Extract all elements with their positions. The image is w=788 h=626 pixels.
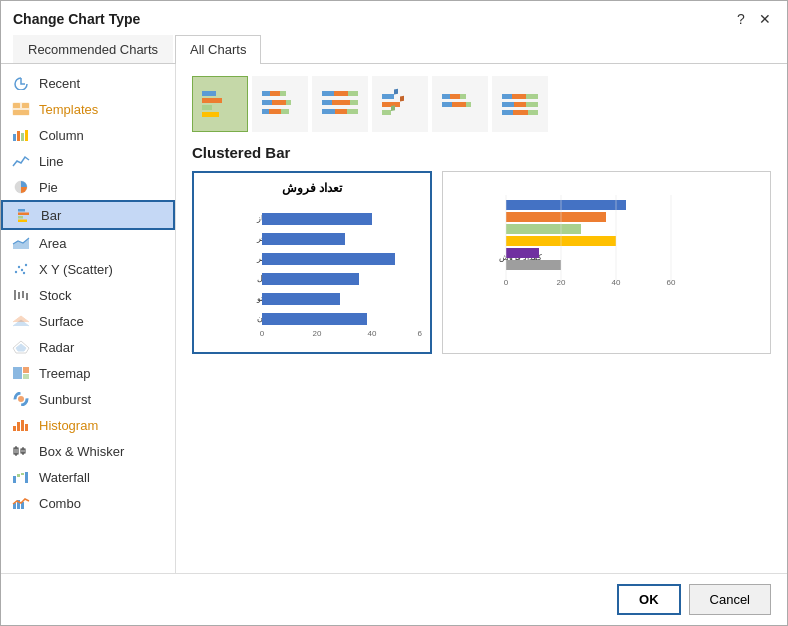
svg-rect-80 (526, 94, 538, 99)
svg-rect-5 (17, 131, 20, 141)
svg-rect-72 (442, 94, 450, 99)
svg-rect-98 (262, 313, 367, 325)
main-panel: Clustered Bar تعداد فروش اجاق گاز فر کول… (176, 64, 787, 573)
sidebar-item-boxwhisker[interactable]: Box & Whisker (1, 438, 175, 464)
svg-rect-56 (281, 109, 289, 114)
sidebar-item-boxwhisker-label: Box & Whisker (39, 444, 124, 459)
sidebar-item-histogram-label: Histogram (39, 418, 98, 433)
sidebar-item-radar[interactable]: Radar (1, 334, 175, 360)
dialog-title: Change Chart Type (13, 11, 140, 27)
svg-rect-9 (18, 209, 25, 212)
svg-rect-63 (322, 109, 335, 114)
ok-button[interactable]: OK (617, 584, 681, 615)
sidebar-item-histogram[interactable]: Histogram (1, 412, 175, 438)
subtype-100-stacked-bar[interactable] (312, 76, 368, 132)
sidebar-item-templates-label: Templates (39, 102, 98, 117)
sidebar-item-pie[interactable]: Pie (1, 174, 175, 200)
svg-rect-52 (272, 100, 286, 105)
svg-rect-46 (202, 105, 212, 110)
chart1-svg: اجاق گاز فر کولر یخچال اتو تلویزیون (202, 201, 422, 341)
cancel-button[interactable]: Cancel (689, 584, 771, 615)
subtype-100-stacked-bar-3d[interactable] (492, 76, 548, 132)
svg-rect-51 (262, 100, 272, 105)
close-button[interactable]: ✕ (755, 9, 775, 29)
svg-rect-108 (506, 248, 539, 258)
svg-rect-12 (18, 220, 27, 223)
svg-text:60: 60 (418, 329, 422, 338)
subtype-clustered-bar-3d[interactable] (372, 76, 428, 132)
sidebar-item-scatter[interactable]: X Y (Scatter) (1, 256, 175, 282)
svg-rect-40 (25, 472, 28, 483)
svg-rect-104 (506, 200, 626, 210)
svg-rect-50 (280, 91, 286, 96)
sidebar-item-stock[interactable]: Stock (1, 282, 175, 308)
svg-text:0: 0 (260, 329, 265, 338)
svg-rect-96 (262, 273, 359, 285)
svg-rect-65 (347, 109, 358, 114)
sidebar-item-bar-label: Bar (41, 208, 61, 223)
tabs-bar: Recommended Charts All Charts (1, 29, 787, 64)
svg-rect-64 (335, 109, 347, 114)
sidebar-item-combo[interactable]: Combo (1, 490, 175, 516)
svg-rect-78 (502, 94, 512, 99)
sidebar-item-line[interactable]: Line (1, 148, 175, 174)
tab-recommended[interactable]: Recommended Charts (13, 35, 173, 63)
subtype-stacked-bar[interactable] (252, 76, 308, 132)
chart-subtype-icons (192, 76, 771, 132)
svg-rect-105 (506, 212, 606, 222)
sidebar-item-area-label: Area (39, 236, 66, 251)
chart-preview-1[interactable]: تعداد فروش اجاق گاز فر کولر یخچال اتو تل… (192, 171, 432, 354)
line-icon (11, 153, 31, 169)
sidebar-item-combo-label: Combo (39, 496, 81, 511)
title-buttons: ? ✕ (731, 9, 775, 29)
svg-rect-62 (350, 100, 358, 105)
subtype-clustered-bar[interactable] (192, 76, 248, 132)
subtype-stacked-bar-3d[interactable] (432, 76, 488, 132)
svg-rect-59 (348, 91, 358, 96)
sidebar-item-treemap[interactable]: Treemap (1, 360, 175, 386)
svg-rect-30 (17, 422, 20, 431)
tab-all-charts[interactable]: All Charts (175, 35, 261, 64)
sidebar-item-sunburst[interactable]: Sunburst (1, 386, 175, 412)
sidebar-item-bar[interactable]: Bar (1, 200, 175, 230)
chart2-svg: کمداد فروش 0 20 40 60 (451, 180, 681, 340)
svg-marker-23 (16, 344, 26, 351)
svg-rect-66 (382, 94, 394, 99)
svg-rect-73 (450, 94, 460, 99)
sidebar-item-sunburst-label: Sunburst (39, 392, 91, 407)
svg-rect-85 (513, 110, 528, 115)
svg-rect-86 (528, 110, 538, 115)
column-icon (11, 127, 31, 143)
sidebar-item-pie-label: Pie (39, 180, 58, 195)
recent-icon (11, 75, 31, 91)
waterfall-icon (11, 469, 31, 485)
svg-rect-69 (400, 96, 404, 102)
svg-text:40: 40 (368, 329, 377, 338)
sidebar-item-waterfall-label: Waterfall (39, 470, 90, 485)
stock-icon (11, 287, 31, 303)
svg-rect-70 (382, 110, 391, 115)
chart-preview-2[interactable]: کمداد فروش 0 20 40 60 (442, 171, 771, 354)
svg-rect-109 (506, 260, 561, 270)
svg-rect-106 (506, 224, 581, 234)
sidebar-item-surface[interactable]: Surface (1, 308, 175, 334)
sidebar-item-recent-label: Recent (39, 76, 80, 91)
svg-point-13 (15, 271, 17, 273)
svg-rect-26 (23, 374, 29, 379)
sidebar-item-column[interactable]: Column (1, 122, 175, 148)
svg-rect-95 (262, 253, 395, 265)
svg-text:20: 20 (313, 329, 322, 338)
sidebar-item-area[interactable]: Area (1, 230, 175, 256)
svg-point-14 (18, 266, 20, 268)
svg-rect-76 (452, 102, 466, 107)
sidebar-item-waterfall[interactable]: Waterfall (1, 464, 175, 490)
sidebar-item-templates[interactable]: Templates (1, 96, 175, 122)
svg-rect-31 (21, 420, 24, 431)
sidebar-item-column-label: Column (39, 128, 84, 143)
content-area: Recent Templates (1, 64, 787, 573)
svg-point-28 (18, 396, 24, 402)
sidebar-item-stock-label: Stock (39, 288, 72, 303)
sidebar-item-recent[interactable]: Recent (1, 70, 175, 96)
svg-rect-83 (526, 102, 538, 107)
help-button[interactable]: ? (731, 9, 751, 29)
